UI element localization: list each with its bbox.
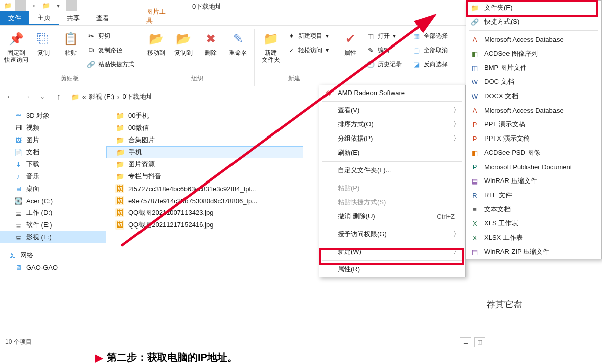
file-name: e9e75787fe914c25b753080d9c378806_tp... <box>128 197 257 205</box>
paste-icon: 📋 <box>63 31 79 47</box>
nav-3d-objects[interactable]: 🗃3D 对象 <box>0 110 106 122</box>
nav-drive-e[interactable]: 🖴软件 (E:) <box>0 219 106 231</box>
view-details-button[interactable]: ☰ <box>460 337 471 347</box>
file-item[interactable]: 🖼QQ截图20211217152416.jpg <box>106 219 303 231</box>
paste-button[interactable]: 📋 粘贴 <box>58 29 84 56</box>
cut-button[interactable]: ✂剪切 <box>85 30 136 42</box>
copy-path-button[interactable]: ⧉复制路径 <box>85 44 136 56</box>
navigation-pane[interactable]: 🗃3D 对象 🎞视频 🖼图片 📄文档 ⬇下载 ♪音乐 🖥桌面 💽Acer (C:… <box>0 107 106 349</box>
file-item[interactable]: 📁手机 <box>106 146 303 158</box>
context-menu-item[interactable]: ▤WinRAR ZIP 压缩文件 <box>466 245 601 259</box>
context-menu-item[interactable]: 查看(V)〉 <box>319 103 465 117</box>
context-menu-item[interactable]: XXLSX 工作表 <box>466 231 601 245</box>
context-menu-item[interactable]: 📁文件夹(F) <box>466 1 601 15</box>
context-menu-item[interactable]: WDOC 文档 <box>466 75 601 89</box>
tab-view[interactable]: 查看 <box>88 11 117 25</box>
pin-icon: 📌 <box>8 31 24 47</box>
context-menu-item[interactable]: AMicrosoft Access Database <box>466 32 601 47</box>
context-menu-item[interactable]: 刷新(E) <box>319 146 465 160</box>
open-button[interactable]: ◫打开 ▾ <box>364 30 404 42</box>
paste-shortcut-button[interactable]: 🔗粘贴快捷方式 <box>85 58 136 70</box>
context-menu-item[interactable]: PMicrosoft Publisher Document <box>466 160 601 174</box>
copyto-button[interactable]: 📂复制到 <box>170 29 197 56</box>
nav-videos[interactable]: 🎞视频 <box>0 122 106 134</box>
history-button[interactable]: 🕘历史记录 <box>364 58 404 70</box>
file-item[interactable]: 📁00手机 <box>106 110 303 122</box>
nav-network[interactable]: 🖧网络 <box>0 249 106 261</box>
context-menu-item[interactable]: 新建(W)〉 <box>319 245 465 259</box>
view-thumbnails-button[interactable]: ◫ <box>474 337 485 347</box>
breadcrumb[interactable]: 影视 (F:) <box>89 92 114 101</box>
easy-access-button[interactable]: ✓轻松访问 ▾ <box>285 44 331 56</box>
context-menu-item[interactable]: ◧ACDSee PSD 图像 <box>466 146 601 160</box>
moveto-button[interactable]: 📂移动到 <box>143 29 169 56</box>
tab-file[interactable]: 文件 <box>0 11 29 25</box>
context-menu-item[interactable]: ◫BMP 图片文件 <box>466 61 601 75</box>
file-item[interactable]: 🖼QQ截图20211007113423.jpg <box>106 207 303 219</box>
file-item[interactable]: 📁00微信 <box>106 122 303 134</box>
file-item[interactable]: 📁合集图片 <box>106 134 303 146</box>
drive-icon: 🖴 <box>14 209 22 217</box>
filetype-icon: X <box>470 234 479 242</box>
context-menu-item[interactable]: 分组依据(P)〉 <box>319 131 465 146</box>
nav-drive-d[interactable]: 🖴工作 (D:) <box>0 207 106 219</box>
file-item[interactable]: 🖼e9e75787fe914c25b753080d9c378806_tp... <box>106 195 303 207</box>
filetype-icon: P <box>470 163 479 171</box>
context-menu-item[interactable]: ≡文本文档 <box>466 202 601 216</box>
forward-button[interactable]: → <box>20 92 32 102</box>
context-menu-item[interactable]: 自定义文件夹(F)... <box>319 163 465 177</box>
nav-documents[interactable]: 📄文档 <box>0 146 106 158</box>
tab-home[interactable]: 主页 <box>29 11 59 25</box>
nav-music[interactable]: ♪音乐 <box>0 170 106 183</box>
copy-button[interactable]: ⿻ 复制 <box>30 29 57 56</box>
file-item[interactable]: 🖼2f5727cc318e4bc6b63ec831e3c92f84_tpl... <box>106 183 303 195</box>
chevron-right-icon: 〉 <box>453 120 460 129</box>
back-button[interactable]: ← <box>4 92 16 102</box>
delete-button[interactable]: ✖删除 <box>198 29 224 56</box>
address-bar[interactable]: 📁 « 影视 (F:) › 0下载地址 ⌄ <box>69 89 337 104</box>
background-text: 荐其它盘 <box>486 298 523 310</box>
new-item-button[interactable]: ✦新建项目 ▾ <box>285 30 331 42</box>
image-icon: 🖼 <box>115 208 124 217</box>
context-menu-item[interactable]: PPPT 演示文稿 <box>466 117 601 131</box>
nav-downloads[interactable]: ⬇下载 <box>0 158 106 170</box>
drive-icon: 💽 <box>14 197 22 205</box>
tab-share[interactable]: 共享 <box>59 11 88 25</box>
context-menu-item[interactable]: 属性(R) <box>319 262 465 277</box>
context-menu-item[interactable]: RRTF 文件 <box>466 188 601 202</box>
nav-drive-f[interactable]: 🖴影视 (F:) <box>0 231 106 243</box>
context-menu-item[interactable]: ◉AMD Radeon Software <box>319 85 465 100</box>
context-menu-item[interactable]: ▤WinRAR 压缩文件 <box>466 174 601 188</box>
context-menu-item[interactable]: XXLS 工作表 <box>466 216 601 231</box>
context-menu-item[interactable]: AMicrosoft Access Database <box>466 103 601 117</box>
select-all-button[interactable]: ▦全部选择 <box>410 30 450 42</box>
tab-picture-tools[interactable]: 图片工具 <box>138 7 176 25</box>
context-menu-item[interactable]: WDOCX 文档 <box>466 89 601 103</box>
easyaccess-icon: ✓ <box>287 46 295 54</box>
recent-dropdown[interactable]: ⌄ <box>36 93 49 100</box>
context-menu-item[interactable]: 撤消 删除(U)Ctrl+Z <box>319 209 465 223</box>
properties-button[interactable]: ✔属性 <box>337 29 363 56</box>
new-folder-button[interactable]: 📁新建 文件夹 <box>258 29 284 63</box>
select-none-button[interactable]: ▢全部取消 <box>410 44 450 56</box>
nav-drive-c[interactable]: 💽Acer (C:) <box>0 195 106 207</box>
file-item[interactable]: 📁专栏与抖音 <box>106 170 303 183</box>
context-menu-item[interactable]: PPPTX 演示文稿 <box>466 131 601 146</box>
nav-desktop[interactable]: 🖥桌面 <box>0 183 106 195</box>
context-menu-item[interactable]: 排序方式(O)〉 <box>319 117 465 131</box>
step-heading: ▶第二步：获取电脑的IP地址。 <box>95 351 238 364</box>
context-menu-item[interactable]: ◧ACDSee 图像序列 <box>466 47 601 61</box>
rename-button[interactable]: ✎重命名 <box>225 29 251 56</box>
up-button[interactable]: ↑ <box>53 92 65 102</box>
file-item[interactable]: 📁图片资源 <box>106 158 303 170</box>
pin-to-quickaccess-button[interactable]: 📌 固定到 快速访问 <box>3 29 29 63</box>
invert-selection-button[interactable]: ◪反向选择 <box>410 58 450 70</box>
nav-computer-gaogao[interactable]: 🖥GAO-GAO <box>0 261 106 274</box>
breadcrumb[interactable]: 0下载地址 <box>122 92 152 101</box>
nav-pictures[interactable]: 🖼图片 <box>0 134 106 146</box>
qat-properties-icon[interactable]: ▫ <box>28 0 39 11</box>
context-menu-item[interactable]: 🔗快捷方式(S) <box>466 15 601 29</box>
qat-dropdown-icon[interactable]: ▾ <box>53 0 64 11</box>
context-menu-item[interactable]: 授予访问权限(G)〉 <box>319 227 465 241</box>
edit-button[interactable]: ✎编辑 <box>364 44 404 56</box>
